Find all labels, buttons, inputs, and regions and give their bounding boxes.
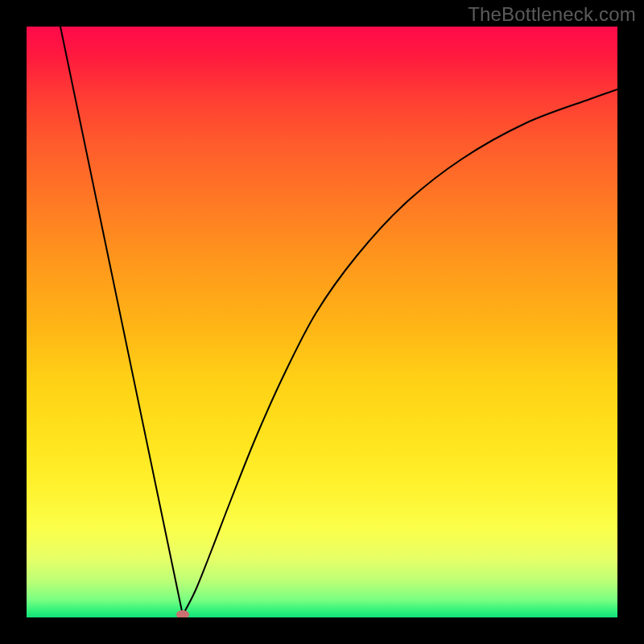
plot-area bbox=[27, 27, 617, 617]
minimum-marker bbox=[176, 610, 189, 617]
chart-container: TheBottleneck.com bbox=[0, 0, 644, 644]
v-curve-line bbox=[60, 27, 617, 615]
curve-layer bbox=[27, 27, 617, 617]
watermark-text: TheBottleneck.com bbox=[468, 3, 636, 26]
